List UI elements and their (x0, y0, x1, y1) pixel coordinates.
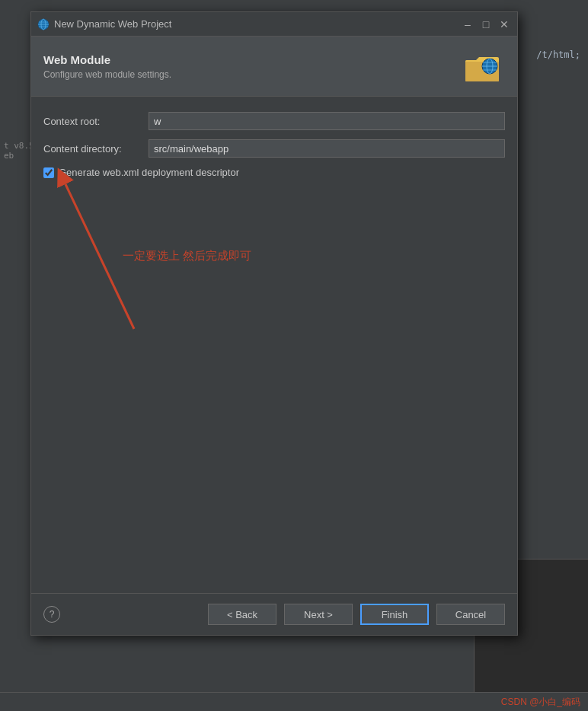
dialog-title: New Dynamic Web Project (54, 18, 456, 30)
generate-webxml-row: Generate web.xml deployment descriptor (43, 167, 505, 178)
content-directory-row: Content directory: (43, 139, 505, 158)
content-directory-input[interactable] (149, 139, 505, 158)
header-text-block: Web Module Configure web module settings… (43, 53, 459, 80)
minimize-button[interactable]: – (461, 18, 475, 31)
new-dynamic-web-project-dialog: New Dynamic Web Project – □ ✕ Web Module… (30, 11, 518, 636)
context-root-label: Context root: (43, 116, 142, 127)
dialog-section-subtitle: Configure web module settings. (43, 69, 459, 80)
help-button[interactable]: ? (43, 606, 60, 623)
annotation-text: 一定要选上 然后完成即可 (123, 249, 251, 263)
dialog-title-icon (37, 18, 50, 30)
folder-globe-icon (464, 51, 500, 81)
form-area: Context root: Content directory: Generat… (31, 97, 517, 593)
maximize-button[interactable]: □ (479, 18, 493, 31)
context-root-row: Context root: (43, 112, 505, 130)
dialog-header: Web Module Configure web module settings… (31, 37, 517, 97)
bg-version-text: t v8.5 eb (4, 141, 34, 161)
context-root-input[interactable] (149, 112, 505, 130)
generate-webxml-checkbox[interactable] (43, 167, 54, 178)
csdn-watermark: CSDN @小白_编码 (501, 696, 580, 709)
button-bar: ? < Back Next > Finish Cancel (31, 593, 517, 635)
dialog-content: Web Module Configure web module settings… (31, 37, 517, 635)
dialog-section-title: Web Module (43, 53, 459, 66)
bg-code-text: /t/html; (536, 49, 580, 60)
back-button[interactable]: < Back (208, 604, 276, 625)
generate-webxml-label: Generate web.xml deployment descriptor (59, 167, 239, 178)
dialog-titlebar: New Dynamic Web Project – □ ✕ (31, 12, 517, 37)
close-button[interactable]: ✕ (497, 18, 511, 31)
next-button[interactable]: Next > (284, 604, 353, 625)
cancel-button[interactable]: Cancel (436, 604, 505, 625)
content-directory-label: Content directory: (43, 143, 142, 155)
header-icon-area (459, 47, 505, 85)
bottom-bar: CSDN @小白_编码 (0, 692, 588, 711)
finish-button[interactable]: Finish (360, 604, 429, 625)
